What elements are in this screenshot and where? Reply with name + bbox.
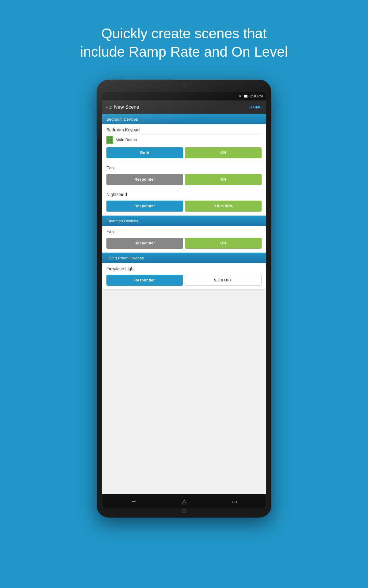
nav-back-icon[interactable]: ← bbox=[131, 498, 137, 505]
on-button-fan-bedroom[interactable]: ON bbox=[185, 174, 262, 185]
nav-recents-icon[interactable]: ▭ bbox=[232, 498, 237, 505]
headline-line2: include Ramp Rate and On Level bbox=[80, 44, 288, 60]
battery-icon bbox=[244, 95, 249, 98]
section-title-living-room: Living Room Devices bbox=[106, 256, 144, 260]
device-name-nightstand: Nightstand bbox=[102, 189, 266, 199]
fan-bedroom-btn-row: Responder ON bbox=[102, 172, 266, 189]
responder-button-fan-favorites[interactable]: Responder bbox=[106, 238, 183, 249]
content-area: Bedroom Devices Bedroom Keypad bbox=[102, 114, 266, 494]
wifi-icon bbox=[238, 95, 242, 98]
keypad-icon bbox=[106, 136, 113, 144]
done-button[interactable]: DONE bbox=[249, 105, 262, 109]
sub-device-name-main-button: Main Button bbox=[116, 138, 137, 142]
fan-favorites-btn-row: Responder ON bbox=[102, 236, 266, 252]
section-header-bedroom: Bedroom Devices bbox=[102, 114, 266, 124]
section-header-favorites: Favorites Devices bbox=[102, 216, 266, 226]
device-name-fan-favorites: Fan bbox=[102, 226, 266, 236]
back-arrow-icon[interactable]: ‹ bbox=[106, 104, 107, 110]
camera bbox=[182, 84, 186, 87]
device-name-bedroom-keypad: Bedroom Keypad bbox=[102, 124, 266, 134]
on-button-main[interactable]: ON bbox=[185, 147, 262, 158]
main-button-btn-row: Both ON bbox=[102, 145, 266, 162]
screen: 2:10PM ‹ ⌂ New Scene DONE Bedroom Device… bbox=[102, 92, 266, 508]
app-bar-left: ‹ ⌂ New Scene bbox=[106, 104, 139, 110]
tablet-frame: 2:10PM ‹ ⌂ New Scene DONE Bedroom Device… bbox=[97, 80, 271, 518]
status-time: 2:10PM bbox=[250, 94, 263, 98]
app-bar-title: New Scene bbox=[114, 104, 139, 110]
section-header-living-room: Living Room Devices bbox=[102, 253, 266, 263]
headline-line1: Quickly create scenes that bbox=[101, 25, 266, 41]
device-name-fan-bedroom: Fan bbox=[102, 162, 266, 172]
responder-button-fireplace[interactable]: Responder bbox=[106, 275, 183, 286]
nav-bar: ← △ ▭ bbox=[102, 494, 266, 508]
main-button-icon-row: Main Button bbox=[102, 134, 266, 145]
nav-home-icon[interactable]: △ bbox=[182, 498, 186, 505]
device-card-fireplace-light: Fireplace Light Responder 5.0 s OFF bbox=[102, 263, 266, 290]
device-card-nightstand: Nightstand Responder 8.0 m 50% bbox=[102, 189, 266, 216]
device-card-fan-bedroom: Fan Responder ON bbox=[102, 162, 266, 189]
on-button-fan-favorites[interactable]: ON bbox=[185, 238, 262, 249]
both-button[interactable]: Both bbox=[106, 147, 183, 158]
responder-button-nightstand[interactable]: Responder bbox=[106, 201, 183, 212]
device-card-bedroom-keypad: Bedroom Keypad Main Button Both bbox=[102, 124, 266, 162]
off-button-fireplace[interactable]: 5.0 s OFF bbox=[185, 275, 262, 286]
svg-rect-2 bbox=[248, 96, 248, 97]
nightstand-btn-row: Responder 8.0 m 50% bbox=[102, 199, 266, 215]
home-icon: ⌂ bbox=[109, 104, 112, 110]
fireplace-light-btn-row: Responder 5.0 s OFF bbox=[102, 273, 266, 289]
responder-button-fan-bedroom[interactable]: Responder bbox=[106, 174, 183, 185]
device-card-fan-favorites: Fan Responder ON bbox=[102, 226, 266, 253]
svg-rect-1 bbox=[244, 95, 247, 97]
level-button-nightstand[interactable]: 8.0 m 50% bbox=[185, 201, 262, 212]
section-title-bedroom: Bedroom Devices bbox=[106, 117, 138, 122]
home-button-physical bbox=[182, 509, 186, 513]
status-bar: 2:10PM bbox=[102, 92, 266, 100]
headline: Quickly create scenes that include Ramp … bbox=[56, 24, 312, 61]
section-title-favorites: Favorites Devices bbox=[106, 219, 138, 223]
app-bar: ‹ ⌂ New Scene DONE bbox=[102, 100, 266, 114]
device-name-fireplace-light: Fireplace Light bbox=[102, 263, 266, 273]
status-icons: 2:10PM bbox=[238, 94, 263, 98]
